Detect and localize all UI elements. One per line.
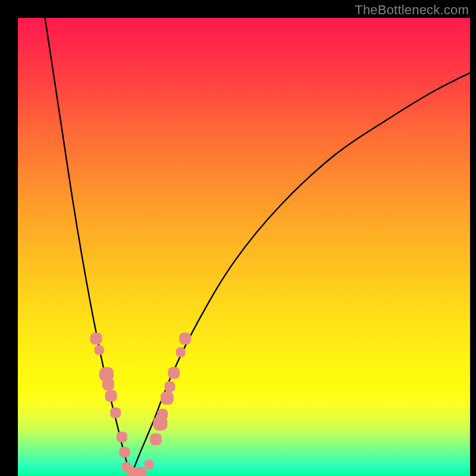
chart-svg	[18, 18, 470, 476]
data-marker	[133, 467, 146, 476]
plot-area	[18, 18, 470, 476]
data-marker	[150, 433, 162, 445]
data-marker	[90, 333, 102, 345]
data-marker	[157, 409, 168, 419]
curve-layer	[45, 18, 470, 476]
right-branch-curve	[131, 73, 470, 476]
data-marker	[168, 367, 180, 379]
outer-frame: TheBottleneck.com	[0, 0, 476, 476]
data-marker	[164, 381, 175, 392]
data-marker	[119, 447, 130, 458]
data-marker	[105, 390, 117, 402]
data-marker	[102, 378, 114, 390]
data-marker	[110, 408, 121, 418]
data-marker	[161, 392, 174, 405]
data-marker	[176, 347, 186, 357]
left-branch-curve	[45, 18, 131, 476]
data-marker	[117, 432, 127, 443]
marker-layer	[90, 333, 191, 476]
data-marker	[95, 345, 104, 355]
data-marker	[144, 460, 154, 469]
data-marker	[179, 333, 191, 345]
watermark-text: TheBottleneck.com	[355, 2, 469, 18]
